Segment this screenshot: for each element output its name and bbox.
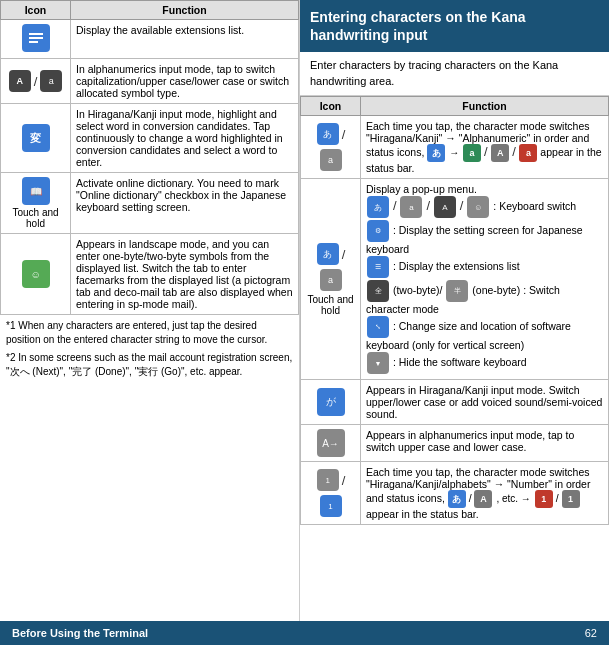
table-row: あ / a Touch and hold Display a pop-up me… <box>301 179 609 380</box>
arrow-1: → <box>449 147 459 158</box>
caps-icon-2: a <box>40 70 62 92</box>
table-row: 📖 Touch and hold Activate online diction… <box>1 173 299 234</box>
slash-1: / <box>34 74 38 89</box>
voiced-icon: が <box>317 388 345 416</box>
table-row: A / a In alphanumerics input mode, tap t… <box>1 59 299 104</box>
svg-rect-1 <box>29 37 43 39</box>
slash-status-2: / <box>512 144 519 159</box>
icon-cell-dict: 📖 Touch and hold <box>1 173 71 234</box>
function-cell-dict: Activate online dictionary. You need to … <box>71 173 299 234</box>
right-function-cell-4: Appears in alphanumerics input mode, tap… <box>361 425 609 462</box>
kana-icon-2: a <box>320 149 342 171</box>
slash-r5: / <box>342 473 346 488</box>
footer-title: Before Using the Terminal <box>12 627 148 639</box>
left-col-icon: Icon <box>1 1 71 20</box>
arrow-5: , etc. → <box>496 493 530 504</box>
status-a2: a <box>519 144 537 162</box>
footer: Before Using the Terminal 62 <box>0 621 609 645</box>
dict-icon: 📖 <box>22 177 50 205</box>
right-function-cell-3: Appears in Hiragana/Kanji input mode. Sw… <box>361 380 609 425</box>
kana-alpha-icon-1: 1 <box>317 469 339 491</box>
status-a-lower: a <box>463 144 481 162</box>
right-function-text-5b: appear in the status bar. <box>366 508 479 520</box>
function-cell-kanji: In Hiragana/Kanji input mode, highlight … <box>71 104 299 173</box>
status-A-upper: A <box>491 144 509 162</box>
footnote-1: *1 When any characters are entered, just… <box>6 319 293 347</box>
slash-r1: / <box>342 127 346 142</box>
slash-r2: / <box>342 247 346 262</box>
table-row: あ / a Each time you tap, the character m… <box>301 116 609 179</box>
table-row: A→ Appears in alphanumerics input mode, … <box>301 425 609 462</box>
alpha-case-icon: A→ <box>317 429 345 457</box>
right-icon-table: Icon Function あ / a <box>300 96 609 525</box>
touch-hold-label-4: Touch and hold <box>6 207 65 229</box>
right-icon-cell-5: 1 / 1 <box>301 462 361 525</box>
footnote-2: *2 In some screens such as the mail acco… <box>6 351 293 379</box>
kana-alpha-icons: 1 / 1 <box>306 468 355 518</box>
kanji-icon: 変 <box>22 124 50 152</box>
footer-page: 62 <box>585 627 597 639</box>
right-header: Entering characters on the Kana handwrit… <box>300 0 609 52</box>
footnote-area: *1 When any characters are entered, just… <box>0 315 299 383</box>
status-a-icon: あ <box>427 144 445 162</box>
main-container: Icon Function Display the available exte… <box>0 0 609 621</box>
function-cell-extensions: Display the available extensions list. <box>71 20 299 59</box>
function-cell-landscape: Appears in landscape mode, and you can e… <box>71 234 299 315</box>
kana-alpha-icon-2: 1 <box>320 495 342 517</box>
slash-status-1: / <box>484 144 491 159</box>
caps-icons: A / a <box>6 69 65 93</box>
left-col-function: Function <box>71 1 299 20</box>
slash-5b: / <box>556 492 562 504</box>
table-row: ☺ Appears in landscape mode, and you can… <box>1 234 299 315</box>
popup-icons-row: あ / a / A / ☺ <box>366 200 493 212</box>
status-A2: A <box>474 490 492 508</box>
touch-hold-label-r2: Touch and hold <box>306 294 355 316</box>
landscape-icon: ☺ <box>22 260 50 288</box>
kana-icon-1: あ <box>317 123 339 145</box>
kana-toggle-icons: あ / a <box>306 122 355 172</box>
popup-icon-1: あ <box>317 243 339 265</box>
right-icon-cell-2: あ / a Touch and hold <box>301 179 361 380</box>
right-function-cell-2: Display a pop-up menu. あ / a / A / ☺ : K… <box>361 179 609 380</box>
icon-cell-extensions <box>1 20 71 59</box>
svg-rect-0 <box>29 33 43 35</box>
icon-cell-caps: A / a <box>1 59 71 104</box>
status-1b: 1 <box>562 490 580 508</box>
table-row: 変 In Hiragana/Kanji input mode, highligh… <box>1 104 299 173</box>
right-icon-cell-3: が <box>301 380 361 425</box>
icon-cell-landscape: ☺ <box>1 234 71 315</box>
right-icon-cell-1: あ / a <box>301 116 361 179</box>
right-function-cell-5: Each time you tap, the character mode sw… <box>361 462 609 525</box>
table-row: Display the available extensions list. <box>1 20 299 59</box>
right-intro: Enter characters by tracing characters o… <box>300 52 609 96</box>
icon-cell-kanji: 変 <box>1 104 71 173</box>
function-cell-caps: In alphanumerics input mode, tap to swit… <box>71 59 299 104</box>
right-function-cell-1: Each time you tap, the character mode sw… <box>361 116 609 179</box>
table-row: が Appears in Hiragana/Kanji input mode. … <box>301 380 609 425</box>
status-1a: 1 <box>535 490 553 508</box>
extensions-icon <box>22 24 50 52</box>
right-col-icon: Icon <box>301 97 361 116</box>
svg-rect-2 <box>29 41 38 43</box>
left-icon-table: Icon Function Display the available exte… <box>0 0 299 315</box>
popup-icon-2: a <box>320 269 342 291</box>
right-panel: Entering characters on the Kana handwrit… <box>300 0 609 621</box>
left-panel: Icon Function Display the available exte… <box>0 0 300 621</box>
popup-function-text: Display a pop-up menu. あ / a / A / ☺ : K… <box>366 183 603 375</box>
right-icon-cell-4: A→ <box>301 425 361 462</box>
caps-icon-1: A <box>9 70 31 92</box>
table-row: 1 / 1 Each time you tap, the character m… <box>301 462 609 525</box>
popup-icons: あ / a <box>306 242 355 292</box>
status-a3: あ <box>448 490 466 508</box>
right-col-function: Function <box>361 97 609 116</box>
